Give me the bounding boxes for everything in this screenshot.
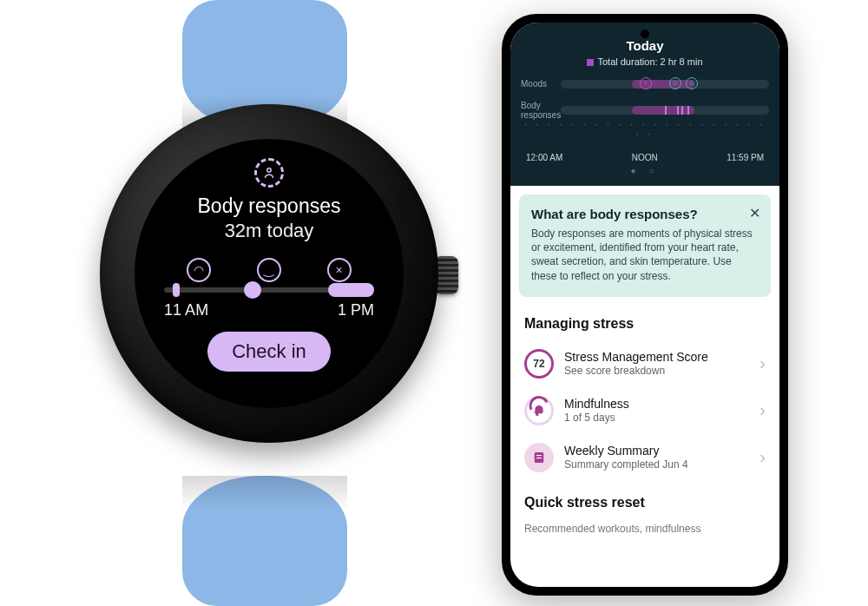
- mindfulness-item[interactable]: Mindfulness 1 of 5 days ›: [524, 387, 766, 434]
- moods-label: Moods: [521, 79, 561, 89]
- stress-score-item[interactable]: 72 Stress Management Score See score bre…: [524, 340, 766, 387]
- today-header: Today Total duration: 2 hr 8 min Moods ☺…: [510, 23, 779, 186]
- card-title: What are body responses?: [531, 207, 759, 221]
- item-sub: Summary completed Jun 4: [564, 458, 749, 471]
- legend-swatch: [587, 59, 594, 66]
- moods-bar: ☺ ☺ ☺: [561, 80, 769, 89]
- timeline-dots: · · · · · · · · · · · · · · · · · · · · …: [521, 120, 769, 139]
- quick-reset-section: Quick stress reset: [510, 484, 779, 523]
- watch-title: Body responses: [135, 194, 404, 218]
- section-heading: Managing stress: [524, 316, 766, 332]
- tl-left: 12:00 AM: [526, 153, 562, 162]
- mood-stressed-icon: ×: [327, 258, 352, 282]
- chevron-right-icon: ›: [760, 353, 766, 373]
- mood-teal2-icon: ☺: [686, 77, 698, 89]
- time-left: 11 AM: [164, 301, 208, 319]
- mindfulness-icon: [524, 396, 554, 425]
- check-in-button[interactable]: Check in: [207, 332, 331, 372]
- score-ring-icon: 72: [524, 349, 554, 379]
- front-camera: [641, 30, 649, 38]
- weekly-summary-item[interactable]: Weekly Summary Summary completed Jun 4 ›: [524, 434, 766, 481]
- svg-rect-3: [536, 458, 542, 458]
- watch-subtitle: 32m today: [135, 220, 404, 242]
- smartphone: Today Total duration: 2 hr 8 min Moods ☺…: [502, 14, 788, 596]
- info-card: ✕ What are body responses? Body response…: [519, 194, 771, 297]
- smartwatch: Body responses 32m today ◠ ‿ × 11 AM 1 P…: [52, 0, 451, 606]
- mood-neutral-icon: ‿: [257, 258, 281, 282]
- tl-right: 11:59 PM: [727, 153, 764, 162]
- timeline-labels: 12:00 AM NOON 11:59 PM: [526, 153, 764, 162]
- phone-screen: Today Total duration: 2 hr 8 min Moods ☺…: [510, 23, 779, 587]
- item-title: Mindfulness: [564, 397, 749, 411]
- svg-rect-2: [536, 455, 542, 456]
- svg-point-0: [267, 168, 272, 173]
- section-heading: Quick stress reset: [524, 495, 766, 510]
- time-right: 1 PM: [338, 301, 374, 319]
- mood-pink-icon: ☺: [640, 77, 652, 89]
- track-times: 11 AM 1 PM: [164, 301, 374, 319]
- response-track: [164, 287, 374, 293]
- chevron-right-icon: ›: [760, 400, 766, 420]
- duration-legend: Total duration: 2 hr 8 min: [521, 56, 769, 67]
- tl-mid: NOON: [632, 153, 658, 162]
- managing-stress-section: Managing stress 72 Stress Management Sco…: [510, 306, 779, 484]
- weekly-summary-icon: [524, 443, 554, 472]
- moods-row: Moods ☺ ☺ ☺: [521, 79, 769, 89]
- watch-bezel: Body responses 32m today ◠ ‿ × 11 AM 1 P…: [100, 104, 438, 443]
- mood-happy-icon: ◠: [187, 258, 211, 282]
- card-body: Body responses are moments of physical s…: [531, 227, 759, 283]
- body-response-icon: [254, 158, 284, 188]
- body-bar: [561, 106, 769, 115]
- mood-teal-icon: ☺: [669, 77, 681, 89]
- close-icon[interactable]: ✕: [749, 205, 760, 221]
- item-title: Stress Management Score: [564, 350, 749, 364]
- chevron-right-icon: ›: [760, 447, 766, 467]
- quick-sub: Recommended workouts, mindfulness: [510, 523, 779, 535]
- body-row: Body responses: [521, 101, 769, 120]
- watch-face: Body responses 32m today ◠ ‿ × 11 AM 1 P…: [135, 139, 404, 408]
- body-label: Body responses: [521, 101, 561, 120]
- page-indicator: ● ○: [521, 166, 769, 175]
- page-title: Today: [521, 38, 769, 53]
- item-sub: See score breakdown: [564, 365, 749, 377]
- mood-row: ◠ ‿ ×: [164, 258, 374, 282]
- item-sub: 1 of 5 days: [564, 412, 749, 424]
- item-title: Weekly Summary: [564, 444, 749, 458]
- watch-band-bottom: [182, 476, 347, 606]
